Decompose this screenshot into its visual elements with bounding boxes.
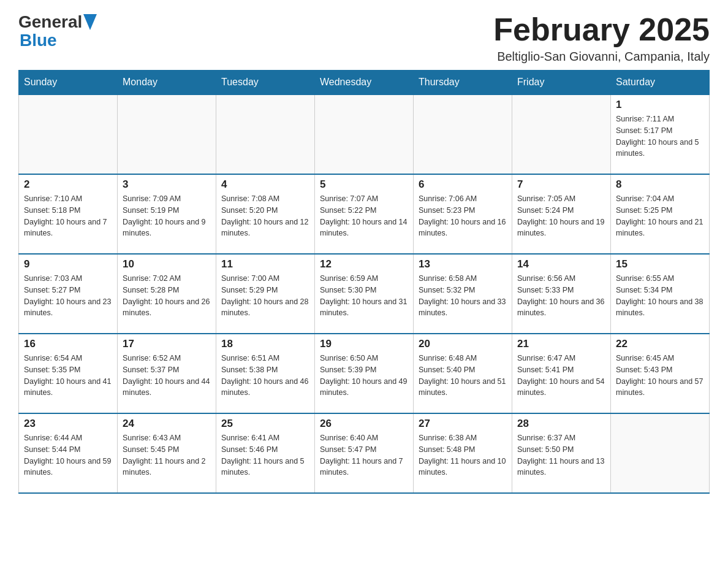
day-of-week-header: Wednesday: [315, 71, 414, 95]
day-info: Sunrise: 6:47 AM Sunset: 5:41 PM Dayligh…: [517, 353, 605, 399]
day-number: 5: [320, 178, 408, 191]
day-number: 20: [419, 338, 507, 350]
day-number: 3: [123, 178, 211, 191]
day-info: Sunrise: 6:50 AM Sunset: 5:39 PM Dayligh…: [320, 353, 408, 399]
day-info: Sunrise: 6:54 AM Sunset: 5:35 PM Dayligh…: [24, 353, 112, 399]
calendar-cell: [216, 94, 315, 174]
day-of-week-header: Sunday: [19, 71, 118, 95]
day-info: Sunrise: 6:45 AM Sunset: 5:43 PM Dayligh…: [616, 353, 704, 399]
calendar-cell: [118, 94, 216, 174]
calendar-cell: 14Sunrise: 6:56 AM Sunset: 5:33 PM Dayli…: [512, 254, 611, 334]
day-of-week-header: Friday: [512, 71, 611, 95]
day-number: 7: [517, 178, 605, 191]
calendar-cell: 13Sunrise: 6:58 AM Sunset: 5:32 PM Dayli…: [414, 254, 512, 334]
day-info: Sunrise: 6:38 AM Sunset: 5:48 PM Dayligh…: [419, 432, 507, 478]
calendar-cell: 4Sunrise: 7:08 AM Sunset: 5:20 PM Daylig…: [216, 174, 315, 254]
day-number: 10: [123, 258, 211, 270]
calendar-cell: 22Sunrise: 6:45 AM Sunset: 5:43 PM Dayli…: [611, 334, 710, 413]
day-of-week-header: Monday: [118, 71, 216, 95]
day-number: 12: [320, 258, 408, 270]
day-info: Sunrise: 7:07 AM Sunset: 5:22 PM Dayligh…: [320, 193, 408, 239]
calendar-cell: 1Sunrise: 7:11 AM Sunset: 5:17 PM Daylig…: [611, 94, 710, 174]
calendar-cell: 11Sunrise: 7:00 AM Sunset: 5:29 PM Dayli…: [216, 254, 315, 334]
day-number: 22: [616, 338, 704, 350]
calendar-week-row: 23Sunrise: 6:44 AM Sunset: 5:44 PM Dayli…: [19, 413, 710, 493]
logo: General Blue: [18, 12, 97, 50]
day-number: 23: [24, 418, 112, 430]
day-number: 1: [616, 99, 704, 111]
day-of-week-header: Tuesday: [216, 71, 315, 95]
day-number: 6: [419, 178, 507, 191]
day-number: 24: [123, 418, 211, 430]
calendar-cell: 24Sunrise: 6:43 AM Sunset: 5:45 PM Dayli…: [118, 413, 216, 493]
calendar-cell: 20Sunrise: 6:48 AM Sunset: 5:40 PM Dayli…: [414, 334, 512, 413]
day-number: 28: [517, 418, 605, 430]
day-info: Sunrise: 6:56 AM Sunset: 5:33 PM Dayligh…: [517, 273, 605, 319]
location-title: Beltiglio-San Giovanni, Campania, Italy: [493, 50, 710, 64]
calendar-cell: 28Sunrise: 6:37 AM Sunset: 5:50 PM Dayli…: [512, 413, 611, 493]
day-number: 13: [419, 258, 507, 270]
calendar-cell: 12Sunrise: 6:59 AM Sunset: 5:30 PM Dayli…: [315, 254, 414, 334]
title-block: February 2025 Beltiglio-San Giovanni, Ca…: [493, 12, 710, 64]
day-info: Sunrise: 7:08 AM Sunset: 5:20 PM Dayligh…: [221, 193, 309, 239]
calendar-cell: 5Sunrise: 7:07 AM Sunset: 5:22 PM Daylig…: [315, 174, 414, 254]
calendar-week-row: 2Sunrise: 7:10 AM Sunset: 5:18 PM Daylig…: [19, 174, 710, 254]
day-info: Sunrise: 7:03 AM Sunset: 5:27 PM Dayligh…: [24, 273, 112, 319]
calendar-cell: 9Sunrise: 7:03 AM Sunset: 5:27 PM Daylig…: [19, 254, 118, 334]
day-number: 27: [419, 418, 507, 430]
day-number: 4: [221, 178, 309, 191]
calendar-week-row: 16Sunrise: 6:54 AM Sunset: 5:35 PM Dayli…: [19, 334, 710, 413]
calendar-cell: 6Sunrise: 7:06 AM Sunset: 5:23 PM Daylig…: [414, 174, 512, 254]
calendar-cell: [611, 413, 710, 493]
calendar-cell: 8Sunrise: 7:04 AM Sunset: 5:25 PM Daylig…: [611, 174, 710, 254]
calendar-cell: 18Sunrise: 6:51 AM Sunset: 5:38 PM Dayli…: [216, 334, 315, 413]
day-number: 16: [24, 338, 112, 350]
month-title: February 2025: [493, 12, 710, 47]
day-number: 11: [221, 258, 309, 270]
calendar-cell: 21Sunrise: 6:47 AM Sunset: 5:41 PM Dayli…: [512, 334, 611, 413]
day-info: Sunrise: 7:04 AM Sunset: 5:25 PM Dayligh…: [616, 193, 704, 239]
day-info: Sunrise: 6:59 AM Sunset: 5:30 PM Dayligh…: [320, 273, 408, 319]
day-info: Sunrise: 6:52 AM Sunset: 5:37 PM Dayligh…: [123, 353, 211, 399]
day-number: 18: [221, 338, 309, 350]
day-info: Sunrise: 6:43 AM Sunset: 5:45 PM Dayligh…: [123, 432, 211, 478]
day-number: 15: [616, 258, 704, 270]
day-info: Sunrise: 6:44 AM Sunset: 5:44 PM Dayligh…: [24, 432, 112, 478]
calendar-cell: 3Sunrise: 7:09 AM Sunset: 5:19 PM Daylig…: [118, 174, 216, 254]
calendar-cell: 7Sunrise: 7:05 AM Sunset: 5:24 PM Daylig…: [512, 174, 611, 254]
calendar-week-row: 9Sunrise: 7:03 AM Sunset: 5:27 PM Daylig…: [19, 254, 710, 334]
calendar-cell: 19Sunrise: 6:50 AM Sunset: 5:39 PM Dayli…: [315, 334, 414, 413]
day-info: Sunrise: 7:02 AM Sunset: 5:28 PM Dayligh…: [123, 273, 211, 319]
day-info: Sunrise: 7:06 AM Sunset: 5:23 PM Dayligh…: [419, 193, 507, 239]
day-info: Sunrise: 6:40 AM Sunset: 5:47 PM Dayligh…: [320, 432, 408, 478]
calendar-cell: 26Sunrise: 6:40 AM Sunset: 5:47 PM Dayli…: [315, 413, 414, 493]
day-number: 25: [221, 418, 309, 430]
calendar-cell: 16Sunrise: 6:54 AM Sunset: 5:35 PM Dayli…: [19, 334, 118, 413]
calendar-cell: [512, 94, 611, 174]
day-number: 9: [24, 258, 112, 270]
day-number: 19: [320, 338, 408, 350]
logo-blue-text: Blue: [20, 31, 57, 50]
calendar-cell: 10Sunrise: 7:02 AM Sunset: 5:28 PM Dayli…: [118, 254, 216, 334]
day-info: Sunrise: 6:41 AM Sunset: 5:46 PM Dayligh…: [221, 432, 309, 478]
day-info: Sunrise: 7:09 AM Sunset: 5:19 PM Dayligh…: [123, 193, 211, 239]
calendar-cell: 15Sunrise: 6:55 AM Sunset: 5:34 PM Dayli…: [611, 254, 710, 334]
calendar: SundayMondayTuesdayWednesdayThursdayFrid…: [18, 70, 710, 494]
svg-marker-0: [83, 14, 97, 30]
day-info: Sunrise: 7:00 AM Sunset: 5:29 PM Dayligh…: [221, 273, 309, 319]
calendar-cell: 2Sunrise: 7:10 AM Sunset: 5:18 PM Daylig…: [19, 174, 118, 254]
header: General Blue February 2025 Beltiglio-San…: [18, 12, 710, 64]
day-of-week-header: Saturday: [611, 71, 710, 95]
calendar-cell: [414, 94, 512, 174]
day-info: Sunrise: 7:05 AM Sunset: 5:24 PM Dayligh…: [517, 193, 605, 239]
calendar-week-row: 1Sunrise: 7:11 AM Sunset: 5:17 PM Daylig…: [19, 94, 710, 174]
day-info: Sunrise: 7:11 AM Sunset: 5:17 PM Dayligh…: [616, 113, 704, 159]
day-info: Sunrise: 7:10 AM Sunset: 5:18 PM Dayligh…: [24, 193, 112, 239]
day-of-week-header: Thursday: [414, 71, 512, 95]
calendar-cell: 17Sunrise: 6:52 AM Sunset: 5:37 PM Dayli…: [118, 334, 216, 413]
calendar-cell: 23Sunrise: 6:44 AM Sunset: 5:44 PM Dayli…: [19, 413, 118, 493]
day-number: 2: [24, 178, 112, 191]
day-number: 14: [517, 258, 605, 270]
day-info: Sunrise: 6:55 AM Sunset: 5:34 PM Dayligh…: [616, 273, 704, 319]
day-number: 8: [616, 178, 704, 191]
